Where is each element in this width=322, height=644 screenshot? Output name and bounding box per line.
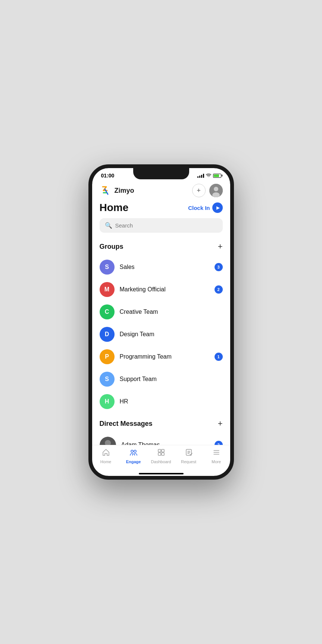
- plus-icon: +: [197, 187, 201, 195]
- engage-icon: [129, 448, 138, 458]
- dm-item-adam[interactable]: Adam Thomas 2: [92, 433, 230, 445]
- nav-more-label: More: [212, 459, 221, 464]
- notch: [133, 168, 189, 179]
- group-name-sales: Sales: [120, 264, 209, 270]
- group-avatar-hr: H: [100, 394, 115, 409]
- search-input[interactable]: [115, 222, 218, 229]
- group-avatar-support: S: [100, 372, 115, 387]
- groups-title: Groups: [100, 243, 124, 251]
- dm-add-button[interactable]: +: [218, 419, 223, 428]
- group-avatar-design: D: [100, 327, 115, 342]
- nav-home-label: Home: [100, 459, 111, 464]
- group-name-marketing: Marketing Official: [120, 286, 209, 293]
- nav-home[interactable]: Home: [95, 448, 117, 464]
- group-badge-marketing: 2: [215, 285, 223, 294]
- nav-more[interactable]: More: [205, 448, 228, 464]
- dm-title: Direct Messages: [100, 420, 153, 428]
- search-container: 🔍: [92, 218, 230, 239]
- group-name-design: Design Team: [120, 331, 223, 338]
- group-avatar-sales: S: [100, 260, 115, 275]
- groups-header: Groups +: [92, 239, 230, 256]
- group-badge-programming: 1: [215, 353, 223, 361]
- search-icon: 🔍: [105, 222, 112, 229]
- groups-list: S Sales 3 M Marketing Official 2 C Creat…: [92, 256, 230, 413]
- dm-list: Adam Thomas 2 Lisa Smith 4 Camila Brown …: [92, 433, 230, 445]
- user-avatar[interactable]: [209, 184, 223, 197]
- svg-rect-27: [162, 449, 164, 452]
- group-item-marketing[interactable]: M Marketing Official 2: [92, 278, 230, 301]
- nav-request-label: Request: [181, 459, 196, 464]
- phone-frame: 01:00: [88, 164, 234, 480]
- home-icon: [102, 448, 110, 458]
- dm-header: Direct Messages +: [92, 416, 230, 433]
- signal-icon: [197, 173, 204, 178]
- group-name-programming: Programming Team: [120, 353, 209, 360]
- svg-rect-28: [158, 453, 161, 455]
- clock-in-label: Clock In: [188, 205, 210, 211]
- request-icon: [185, 448, 193, 458]
- avatar-image: [209, 184, 223, 197]
- group-item-support[interactable]: S Support Team: [92, 368, 230, 390]
- group-name-support: Support Team: [120, 376, 223, 383]
- dm-name-adam: Adam Thomas: [121, 442, 209, 445]
- logo-text: Zimyo: [115, 187, 134, 195]
- nav-engage[interactable]: Engage: [122, 448, 145, 464]
- main-scroll: Zimyo +: [92, 180, 230, 445]
- group-item-creative[interactable]: C Creative Team: [92, 301, 230, 323]
- zimyo-logo-icon: [100, 185, 112, 196]
- add-button[interactable]: +: [192, 184, 206, 197]
- group-avatar-programming: P: [100, 349, 115, 364]
- bottom-nav: Home Engage: [92, 445, 230, 473]
- group-badge-sales: 3: [215, 263, 223, 271]
- group-avatar-marketing: M: [100, 282, 115, 297]
- dm-avatar-adam: [100, 437, 116, 445]
- nav-engage-label: Engage: [126, 459, 141, 464]
- page-title-row: Home Clock In ▶: [92, 200, 230, 218]
- status-icons: [197, 173, 221, 178]
- group-item-hr[interactable]: H HR: [92, 390, 230, 413]
- group-item-sales[interactable]: S Sales 3: [92, 256, 230, 278]
- page-title: Home: [100, 202, 129, 214]
- svg-rect-29: [162, 453, 164, 455]
- group-item-design[interactable]: D Design Team: [92, 323, 230, 346]
- dm-badge-adam: 2: [215, 441, 223, 445]
- svg-rect-26: [158, 449, 161, 452]
- nav-dashboard-label: Dashboard: [151, 459, 171, 464]
- dashboard-icon: [157, 448, 165, 458]
- search-box[interactable]: 🔍: [100, 218, 223, 233]
- group-item-programming[interactable]: P Programming Team 1: [92, 346, 230, 368]
- app-header: Zimyo +: [92, 180, 230, 200]
- group-avatar-creative: C: [100, 304, 115, 319]
- nav-dashboard[interactable]: Dashboard: [150, 448, 172, 464]
- battery-icon: [213, 174, 221, 178]
- status-time: 01:00: [101, 173, 115, 179]
- group-name-creative: Creative Team: [120, 309, 223, 315]
- wifi-icon: [206, 173, 211, 178]
- nav-request[interactable]: Request: [178, 448, 200, 464]
- svg-point-24: [131, 450, 133, 452]
- logo-area: Zimyo: [100, 185, 134, 196]
- svg-point-25: [134, 450, 136, 452]
- home-indicator: [139, 473, 184, 474]
- group-name-hr: HR: [120, 398, 223, 405]
- more-icon: [212, 448, 221, 458]
- header-actions: +: [192, 184, 223, 197]
- svg-point-1: [214, 187, 218, 191]
- groups-add-button[interactable]: +: [218, 242, 223, 251]
- play-icon: ▶: [212, 202, 223, 213]
- clock-in-button[interactable]: Clock In ▶: [188, 202, 222, 213]
